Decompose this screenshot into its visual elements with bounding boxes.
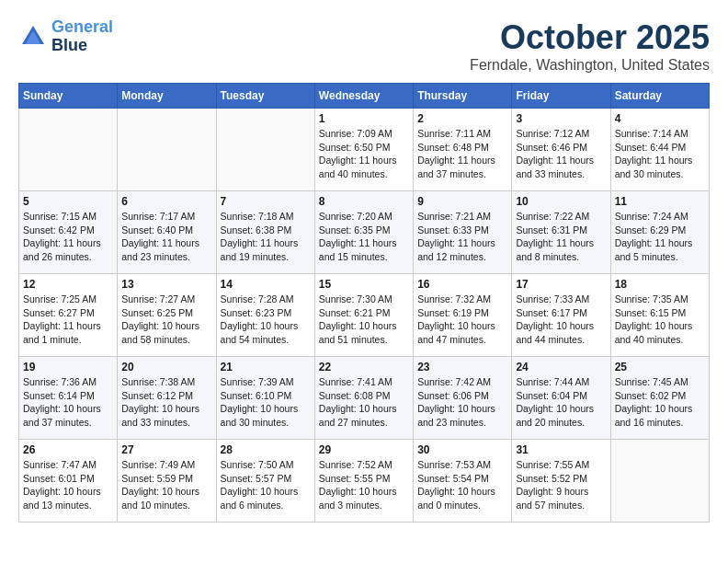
day-detail: Sunrise: 7:45 AM Sunset: 6:02 PM Dayligh… [615, 375, 705, 430]
table-row [216, 109, 314, 191]
day-number: 4 [615, 112, 705, 125]
calendar-week-5: 26Sunrise: 7:47 AM Sunset: 6:01 PM Dayli… [19, 440, 710, 523]
table-row: 8Sunrise: 7:20 AM Sunset: 6:35 PM Daylig… [314, 191, 413, 274]
table-row: 7Sunrise: 7:18 AM Sunset: 6:38 PM Daylig… [216, 191, 314, 274]
table-row: 27Sunrise: 7:49 AM Sunset: 5:59 PM Dayli… [118, 440, 216, 523]
table-row [19, 109, 118, 191]
day-detail: Sunrise: 7:39 AM Sunset: 6:10 PM Dayligh… [221, 375, 311, 430]
table-row: 23Sunrise: 7:42 AM Sunset: 6:06 PM Dayli… [414, 357, 512, 440]
day-detail: Sunrise: 7:30 AM Sunset: 6:21 PM Dayligh… [319, 293, 409, 347]
table-row: 13Sunrise: 7:27 AM Sunset: 6:25 PM Dayli… [118, 274, 216, 357]
calendar-subtitle: Ferndale, Washington, United States [470, 57, 710, 74]
day-detail: Sunrise: 7:49 AM Sunset: 5:59 PM Dayligh… [121, 458, 211, 512]
table-row: 3Sunrise: 7:12 AM Sunset: 6:46 PM Daylig… [512, 109, 610, 191]
calendar-body: 1Sunrise: 7:09 AM Sunset: 6:50 PM Daylig… [19, 109, 710, 523]
day-number: 31 [516, 443, 606, 456]
day-detail: Sunrise: 7:50 AM Sunset: 5:57 PM Dayligh… [221, 458, 311, 512]
day-detail: Sunrise: 7:52 AM Sunset: 5:55 PM Dayligh… [319, 458, 409, 512]
day-number: 19 [23, 361, 113, 373]
day-number: 23 [417, 361, 507, 373]
day-number: 29 [319, 443, 409, 456]
table-row: 2Sunrise: 7:11 AM Sunset: 6:48 PM Daylig… [414, 109, 512, 191]
day-detail: Sunrise: 7:47 AM Sunset: 6:01 PM Dayligh… [23, 458, 113, 512]
table-row: 24Sunrise: 7:44 AM Sunset: 6:04 PM Dayli… [512, 357, 610, 440]
table-row: 6Sunrise: 7:17 AM Sunset: 6:40 PM Daylig… [118, 191, 216, 274]
table-row: 25Sunrise: 7:45 AM Sunset: 6:02 PM Dayli… [610, 357, 709, 440]
table-row: 31Sunrise: 7:55 AM Sunset: 5:52 PM Dayli… [512, 440, 610, 523]
day-detail: Sunrise: 7:22 AM Sunset: 6:31 PM Dayligh… [516, 210, 606, 264]
title-block: October 2025 Ferndale, Washington, Unite… [470, 18, 710, 74]
logo: General Blue [18, 18, 113, 55]
table-row: 5Sunrise: 7:15 AM Sunset: 6:42 PM Daylig… [19, 191, 118, 274]
day-number: 28 [221, 443, 311, 456]
day-number: 7 [221, 195, 311, 208]
day-detail: Sunrise: 7:44 AM Sunset: 6:04 PM Dayligh… [516, 375, 606, 430]
day-number: 9 [417, 195, 507, 208]
day-number: 12 [23, 278, 113, 291]
day-detail: Sunrise: 7:27 AM Sunset: 6:25 PM Dayligh… [121, 293, 211, 347]
day-detail: Sunrise: 7:24 AM Sunset: 6:29 PM Dayligh… [615, 210, 705, 264]
calendar-week-2: 5Sunrise: 7:15 AM Sunset: 6:42 PM Daylig… [19, 191, 710, 274]
weekday-header-tuesday: Tuesday [216, 84, 314, 109]
calendar-header: SundayMondayTuesdayWednesdayThursdayFrid… [19, 84, 710, 109]
weekday-header-sunday: Sunday [19, 84, 118, 109]
day-detail: Sunrise: 7:20 AM Sunset: 6:35 PM Dayligh… [319, 210, 409, 264]
weekday-header-monday: Monday [118, 84, 216, 109]
day-detail: Sunrise: 7:12 AM Sunset: 6:46 PM Dayligh… [516, 127, 606, 181]
table-row [610, 440, 709, 523]
table-row: 4Sunrise: 7:14 AM Sunset: 6:44 PM Daylig… [610, 109, 709, 191]
table-row: 14Sunrise: 7:28 AM Sunset: 6:23 PM Dayli… [216, 274, 314, 357]
table-row: 10Sunrise: 7:22 AM Sunset: 6:31 PM Dayli… [512, 191, 610, 274]
weekday-header-friday: Friday [512, 84, 610, 109]
table-row: 1Sunrise: 7:09 AM Sunset: 6:50 PM Daylig… [314, 109, 413, 191]
weekday-header-saturday: Saturday [610, 84, 709, 109]
day-detail: Sunrise: 7:38 AM Sunset: 6:12 PM Dayligh… [121, 375, 211, 430]
logo-text: General Blue [51, 18, 113, 55]
day-number: 8 [319, 195, 409, 208]
weekday-header-row: SundayMondayTuesdayWednesdayThursdayFrid… [19, 84, 710, 109]
day-detail: Sunrise: 7:53 AM Sunset: 5:54 PM Dayligh… [417, 458, 507, 512]
calendar-week-1: 1Sunrise: 7:09 AM Sunset: 6:50 PM Daylig… [19, 109, 710, 191]
day-number: 30 [417, 443, 507, 456]
day-detail: Sunrise: 7:09 AM Sunset: 6:50 PM Dayligh… [319, 127, 409, 181]
calendar-title: October 2025 [470, 18, 710, 57]
day-number: 24 [516, 361, 606, 373]
table-row: 21Sunrise: 7:39 AM Sunset: 6:10 PM Dayli… [216, 357, 314, 440]
day-detail: Sunrise: 7:32 AM Sunset: 6:19 PM Dayligh… [417, 293, 507, 347]
day-number: 11 [615, 195, 705, 208]
table-row: 20Sunrise: 7:38 AM Sunset: 6:12 PM Dayli… [118, 357, 216, 440]
day-detail: Sunrise: 7:11 AM Sunset: 6:48 PM Dayligh… [417, 127, 507, 181]
day-detail: Sunrise: 7:17 AM Sunset: 6:40 PM Dayligh… [121, 210, 211, 264]
day-number: 17 [516, 278, 606, 291]
day-number: 13 [121, 278, 211, 291]
day-detail: Sunrise: 7:33 AM Sunset: 6:17 PM Dayligh… [516, 293, 606, 347]
table-row: 19Sunrise: 7:36 AM Sunset: 6:14 PM Dayli… [19, 357, 118, 440]
page-header: General Blue October 2025 Ferndale, Wash… [18, 18, 710, 74]
day-number: 16 [417, 278, 507, 291]
day-number: 18 [615, 278, 705, 291]
table-row: 29Sunrise: 7:52 AM Sunset: 5:55 PM Dayli… [314, 440, 413, 523]
table-row: 17Sunrise: 7:33 AM Sunset: 6:17 PM Dayli… [512, 274, 610, 357]
day-number: 27 [121, 443, 211, 456]
table-row: 16Sunrise: 7:32 AM Sunset: 6:19 PM Dayli… [414, 274, 512, 357]
table-row: 22Sunrise: 7:41 AM Sunset: 6:08 PM Dayli… [314, 357, 413, 440]
table-row: 11Sunrise: 7:24 AM Sunset: 6:29 PM Dayli… [610, 191, 709, 274]
table-row: 28Sunrise: 7:50 AM Sunset: 5:57 PM Dayli… [216, 440, 314, 523]
day-detail: Sunrise: 7:14 AM Sunset: 6:44 PM Dayligh… [615, 127, 705, 181]
day-number: 6 [121, 195, 211, 208]
day-number: 20 [121, 361, 211, 373]
weekday-header-wednesday: Wednesday [314, 84, 413, 109]
day-number: 15 [319, 278, 409, 291]
day-detail: Sunrise: 7:42 AM Sunset: 6:06 PM Dayligh… [417, 375, 507, 430]
table-row [118, 109, 216, 191]
day-detail: Sunrise: 7:15 AM Sunset: 6:42 PM Dayligh… [23, 210, 113, 264]
table-row: 18Sunrise: 7:35 AM Sunset: 6:15 PM Dayli… [610, 274, 709, 357]
day-detail: Sunrise: 7:25 AM Sunset: 6:27 PM Dayligh… [23, 293, 113, 347]
day-number: 21 [221, 361, 311, 373]
table-row: 9Sunrise: 7:21 AM Sunset: 6:33 PM Daylig… [414, 191, 512, 274]
table-row: 26Sunrise: 7:47 AM Sunset: 6:01 PM Dayli… [19, 440, 118, 523]
day-detail: Sunrise: 7:41 AM Sunset: 6:08 PM Dayligh… [319, 375, 409, 430]
calendar-week-3: 12Sunrise: 7:25 AM Sunset: 6:27 PM Dayli… [19, 274, 710, 357]
calendar-week-4: 19Sunrise: 7:36 AM Sunset: 6:14 PM Dayli… [19, 357, 710, 440]
calendar-table: SundayMondayTuesdayWednesdayThursdayFrid… [18, 83, 710, 523]
